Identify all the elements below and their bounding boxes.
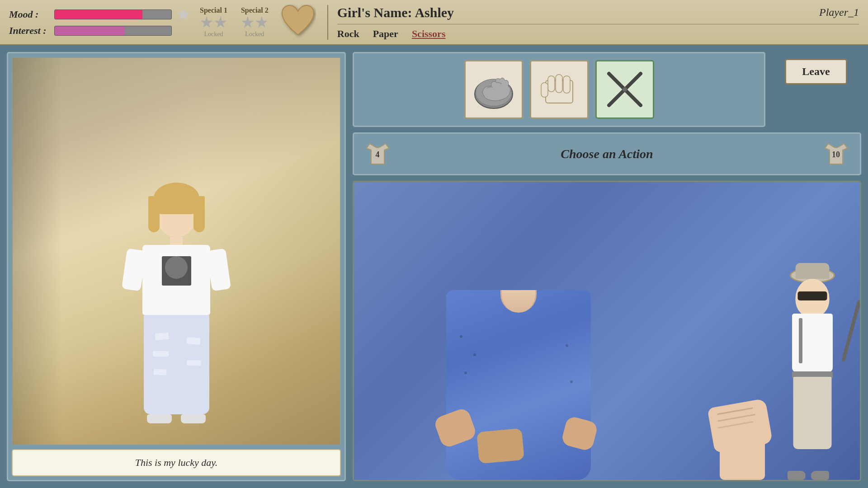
char-shoe-right [181, 414, 206, 423]
girl-dress [446, 290, 591, 480]
interest-label: Interest : [9, 25, 50, 37]
heart-shape [282, 5, 314, 35]
char-shoe-left [147, 414, 172, 423]
knuckle2 [717, 414, 755, 422]
scene-background [13, 58, 340, 445]
character-image-area [12, 57, 341, 446]
player-shoe-left [788, 471, 806, 480]
dialogue-text: This is my lucky day. [135, 457, 218, 468]
leave-button[interactable]: Leave [785, 59, 847, 84]
special2-label: Special 2 [241, 6, 269, 14]
rps-cards-panel [353, 52, 765, 127]
opponent-token-group: 10 [821, 139, 851, 169]
dot2 [473, 353, 476, 356]
rps-options: Rock Paper Scissors [337, 28, 859, 40]
special1-box: Special 1 Locked [200, 6, 227, 38]
rps-paper[interactable]: Paper [373, 28, 398, 40]
mood-bar-fill [55, 10, 142, 19]
player-shirt [792, 314, 833, 372]
player-head [796, 279, 830, 317]
char-left-arm [122, 249, 146, 291]
stats-section: Mood : Interest : [9, 8, 191, 37]
heart-container [278, 2, 318, 42]
player-pants [793, 377, 832, 449]
scissors-card[interactable] [595, 60, 654, 119]
special1-label: Special 1 [200, 6, 227, 14]
interest-bar-fill [55, 26, 125, 35]
interest-row: Interest : [9, 25, 191, 37]
shirt-icon-right: 10 [821, 139, 851, 169]
dot5 [570, 380, 573, 383]
right-top: Leave [353, 52, 861, 127]
mood-label: Mood : [9, 9, 50, 20]
player-fist [702, 408, 778, 480]
opponent-token: 10 [821, 139, 851, 169]
player-name: Player_1 [819, 6, 859, 19]
player-strap [799, 318, 802, 363]
girl-info-section: Girl's Name: Ashley Player_1 Rock Paper … [327, 5, 859, 40]
paper-card-icon [537, 69, 582, 110]
heart-icon [280, 4, 316, 40]
dialogue-box: This is my lucky day. [12, 449, 341, 476]
girl-left-arm [433, 407, 477, 449]
char-shoes [147, 414, 206, 423]
special2-stars [241, 16, 268, 29]
special1-star1 [200, 16, 213, 29]
pants-rip5 [187, 360, 201, 366]
girl-scene-figure [354, 182, 683, 480]
svg-rect-5 [556, 75, 562, 93]
pants-rip2 [153, 351, 169, 357]
special1-stars [200, 16, 227, 29]
character-figure [118, 183, 235, 445]
player-fist-area [688, 389, 778, 480]
shirt-icon-left: 4 [363, 139, 392, 169]
svg-marker-0 [177, 9, 190, 20]
svg-rect-6 [563, 76, 570, 93]
girl-name-value: Ashley [415, 5, 454, 20]
action-panel: 4 Choose an Action 10 [353, 132, 861, 175]
mood-bar-bg [54, 9, 172, 19]
leave-panel: Leave [771, 52, 861, 127]
svg-rect-4 [548, 76, 555, 92]
dot1 [460, 335, 462, 338]
pants-rip3 [153, 369, 166, 375]
pants-rip1 [155, 333, 169, 341]
svg-point-12 [623, 87, 627, 92]
special1-status: Locked [204, 31, 223, 38]
girl-hands [476, 428, 524, 464]
player-shoes [788, 471, 829, 480]
dot4 [464, 371, 467, 374]
player-character-illustration [769, 263, 855, 480]
char-tshirt [142, 245, 210, 315]
char-tshirt-design [162, 256, 191, 286]
char-pants [144, 315, 209, 414]
player-token-number: 4 [376, 150, 380, 159]
action-scene [353, 181, 861, 481]
rock-card[interactable] [464, 60, 523, 119]
opponent-token-number: 10 [832, 150, 840, 159]
interest-bar-bg [54, 26, 172, 36]
paper-card[interactable] [530, 60, 589, 119]
special1-star2 [214, 16, 227, 29]
svg-rect-7 [541, 83, 548, 97]
dot3 [566, 344, 568, 347]
rps-rock[interactable]: Rock [337, 28, 359, 40]
girl-right-arm [560, 415, 598, 452]
action-title: Choose an Action [399, 147, 815, 161]
char-right-arm [207, 249, 231, 291]
mood-row: Mood : [9, 8, 191, 21]
game-container: Mood : Interest : Special 1 [0, 0, 868, 488]
special2-box: Special 2 Locked [241, 6, 269, 38]
player-shoe-right [811, 471, 829, 480]
rock-card-icon [471, 69, 516, 110]
girl-name-label: Girl's Name: [337, 5, 412, 20]
rps-scissors[interactable]: Scissors [412, 28, 446, 40]
player-sunglasses [798, 291, 827, 300]
star-icon [176, 8, 191, 21]
player-token: 4 [363, 139, 392, 169]
main-content: This is my lucky day. [0, 45, 868, 488]
char-neck [170, 237, 183, 245]
special2-status: Locked [245, 31, 264, 38]
char-head [157, 192, 196, 237]
player-hat-top [796, 263, 830, 279]
